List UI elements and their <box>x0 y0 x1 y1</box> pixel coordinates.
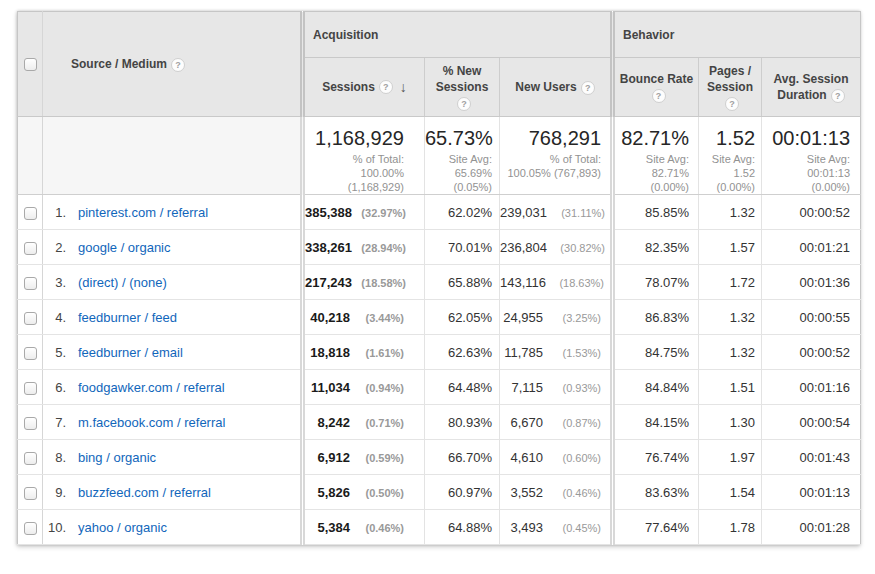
summary-bounce-rate-value: 82.71% <box>615 126 689 150</box>
sessions-value: 18,818 <box>310 345 350 360</box>
new-sessions-value: 65.88% <box>425 265 500 300</box>
column-header-sessions[interactable]: Sessions?↓ <box>303 58 425 117</box>
table-row: 10.yahoo / organic 5,384(0.46%) 64.88% 3… <box>18 510 861 545</box>
source-medium-link[interactable]: feedburner / email <box>78 345 183 360</box>
avg-duration-value: 00:01:43 <box>762 440 861 475</box>
select-all-checkbox[interactable] <box>24 58 37 71</box>
new-sessions-value: 62.05% <box>425 300 500 335</box>
source-medium-link[interactable]: google / organic <box>78 240 171 255</box>
sessions-percent: (32.97%) <box>356 207 406 219</box>
help-icon[interactable]: ? <box>831 89 845 103</box>
source-medium-link[interactable]: feedburner / feed <box>78 310 177 325</box>
avg-duration-value: 00:00:52 <box>762 195 861 230</box>
summary-new-sessions: 65.73% Site Avg: 65.69% (0.05%) <box>425 117 500 195</box>
row-checkbox[interactable] <box>24 452 37 465</box>
help-icon[interactable]: ? <box>457 97 471 111</box>
pages-session-value: 1.57 <box>699 230 762 265</box>
sessions-value: 6,912 <box>317 450 350 465</box>
sessions-percent: (18.58%) <box>356 277 406 289</box>
summary-avg-duration: 00:01:13 Site Avg: 00:01:13 (0.00%) <box>762 117 861 195</box>
sort-descending-icon[interactable]: ↓ <box>400 79 407 95</box>
sessions-label: Sessions <box>322 80 375 94</box>
row-checkbox[interactable] <box>24 347 37 360</box>
new-users-value: 236,804 <box>500 240 547 255</box>
new-sessions-label: % New Sessions <box>436 64 489 94</box>
summary-pages-session: 1.52 Site Avg: 1.52 (0.00%) <box>699 117 762 195</box>
summary-avg-duration-value: 00:01:13 <box>762 126 850 150</box>
table-row: 4.feedburner / feed 40,218(3.44%) 62.05%… <box>18 300 861 335</box>
sessions-percent: (0.50%) <box>354 487 404 499</box>
source-medium-label: Source / Medium <box>71 57 167 71</box>
column-header-bounce-rate[interactable]: Bounce Rate ? <box>613 58 699 117</box>
new-users-value: 24,955 <box>503 310 543 325</box>
source-medium-link[interactable]: yahoo / organic <box>78 520 167 535</box>
row-checkbox[interactable] <box>24 382 37 395</box>
new-users-percent: (0.93%) <box>547 382 601 394</box>
new-sessions-value: 66.70% <box>425 440 500 475</box>
new-users-percent: (0.87%) <box>547 417 601 429</box>
summary-new-users: 768,291 % of Total: 100.05% (767,893) <box>500 117 613 195</box>
source-medium-link[interactable]: buzzfeed.com / referral <box>78 485 211 500</box>
summary-sessions-subtext: % of Total: 100.00% (1,168,929) <box>305 152 404 194</box>
column-header-new-sessions[interactable]: % New Sessions ? <box>425 58 500 117</box>
new-sessions-value: 62.02% <box>425 195 500 230</box>
new-users-percent: (0.46%) <box>547 487 601 499</box>
row-index: 7. <box>43 415 66 430</box>
help-icon[interactable]: ? <box>652 89 666 103</box>
summary-new-sessions-value: 65.73% <box>425 126 492 150</box>
row-index: 1. <box>43 205 66 220</box>
new-users-percent: (1.53%) <box>547 347 601 359</box>
acquisition-group-label: Acquisition <box>313 28 378 42</box>
column-header-avg-duration[interactable]: Avg. Session Duration? <box>762 58 861 117</box>
source-medium-link[interactable]: foodgawker.com / referral <box>78 380 225 395</box>
sessions-value: 385,388 <box>305 205 352 220</box>
pages-session-value: 1.78 <box>699 510 762 545</box>
analytics-table-sheet: Source / Medium? Acquisition Behavior Se… <box>17 11 860 545</box>
avg-duration-value: 00:01:36 <box>762 265 861 300</box>
row-checkbox[interactable] <box>24 207 37 220</box>
summary-new-users-value: 768,291 <box>500 126 601 150</box>
summary-pages-session-value: 1.52 <box>699 126 755 150</box>
bounce-rate-value: 83.63% <box>613 475 699 510</box>
new-users-value: 143,116 <box>500 275 546 290</box>
avg-duration-value: 00:01:28 <box>762 510 861 545</box>
source-medium-link[interactable]: pinterest.com / referral <box>78 205 208 220</box>
help-icon[interactable]: ? <box>725 97 739 111</box>
table-row: 7.m.facebook.com / referral 8,242(0.71%)… <box>18 405 861 440</box>
new-users-value: 7,115 <box>511 380 543 395</box>
row-checkbox[interactable] <box>24 242 37 255</box>
summary-avg-duration-subtext: Site Avg: 00:01:13 (0.00%) <box>762 152 850 194</box>
help-icon[interactable]: ? <box>379 80 393 94</box>
table-row: 8.bing / organic 6,912(0.59%) 66.70% 4,6… <box>18 440 861 475</box>
table-row: 5.feedburner / email 18,818(1.61%) 62.63… <box>18 335 861 370</box>
column-header-source-medium[interactable]: Source / Medium? <box>43 12 303 117</box>
help-icon[interactable]: ? <box>171 58 185 72</box>
help-icon[interactable]: ? <box>581 81 595 95</box>
table-row: 1.pinterest.com / referral 385,388(32.97… <box>18 195 861 230</box>
new-users-percent: (18.63%) <box>550 277 604 289</box>
source-medium-link[interactable]: (direct) / (none) <box>78 275 167 290</box>
new-users-value: 11,785 <box>504 345 543 360</box>
sessions-value: 5,384 <box>317 520 350 535</box>
new-users-percent: (30.82%) <box>551 242 605 254</box>
row-checkbox[interactable] <box>24 522 37 535</box>
new-users-percent: (3.25%) <box>547 312 601 324</box>
new-sessions-value: 60.97% <box>425 475 500 510</box>
summary-sessions: 1,168,929 % of Total: 100.00% (1,168,929… <box>303 117 425 195</box>
row-checkbox[interactable] <box>24 312 37 325</box>
row-checkbox[interactable] <box>24 487 37 500</box>
row-index: 3. <box>43 275 66 290</box>
pages-session-value: 1.97 <box>699 440 762 475</box>
select-all-cell <box>18 12 43 117</box>
pages-session-value: 1.32 <box>699 300 762 335</box>
row-checkbox[interactable] <box>24 417 37 430</box>
source-medium-link[interactable]: bing / organic <box>78 450 156 465</box>
row-index: 8. <box>43 450 66 465</box>
source-medium-link[interactable]: m.facebook.com / referral <box>78 415 225 430</box>
sessions-percent: (0.59%) <box>354 452 404 464</box>
column-header-pages-session[interactable]: Pages / Session ? <box>699 58 762 117</box>
row-checkbox[interactable] <box>24 277 37 290</box>
pages-session-value: 1.54 <box>699 475 762 510</box>
column-header-new-users[interactable]: New Users? <box>500 58 613 117</box>
pages-session-value: 1.51 <box>699 370 762 405</box>
